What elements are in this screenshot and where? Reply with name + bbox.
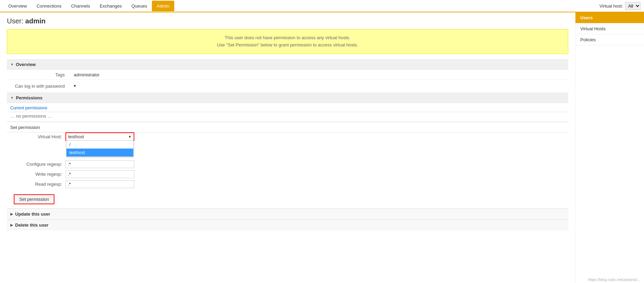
update-user-label: Update this user bbox=[15, 211, 50, 217]
can-login-value: • bbox=[70, 80, 568, 92]
sidebar-item-users[interactable]: Users bbox=[575, 12, 644, 23]
tags-label: Tags bbox=[8, 70, 70, 80]
vhost-option-root[interactable]: / bbox=[66, 141, 133, 149]
warning-line1: This user does not have permission to ac… bbox=[12, 34, 563, 42]
tags-value: administrator bbox=[70, 70, 568, 80]
can-login-label: Can log in with password bbox=[8, 80, 70, 92]
update-user-header[interactable]: ▶ Update this user bbox=[7, 209, 568, 219]
vhost-selected-value: testhost bbox=[68, 134, 128, 139]
permissions-section-label: Permissions bbox=[16, 95, 42, 100]
configure-regexp-label: Configure regexp: bbox=[14, 162, 65, 167]
permissions-section-header[interactable]: ▼ Permissions bbox=[7, 93, 568, 103]
layout: User: admin This user does not have perm… bbox=[0, 12, 644, 283]
vhost-select-display[interactable]: testhost ▼ bbox=[66, 133, 134, 140]
update-user-section: ▶ Update this user bbox=[7, 208, 568, 219]
delete-user-arrow-icon: ▶ bbox=[10, 223, 13, 227]
overview-section-label: Overview bbox=[16, 62, 36, 67]
overview-table: Tags administrator Can log in with passw… bbox=[7, 69, 568, 93]
warning-box: This user does not have permission to ac… bbox=[7, 29, 568, 54]
current-perms-label: Current permissions bbox=[7, 103, 568, 112]
delete-user-header[interactable]: ▶ Delete this user bbox=[7, 220, 568, 230]
nav-overview[interactable]: Overview bbox=[3, 1, 32, 11]
page-title: User: admin bbox=[7, 17, 568, 25]
no-perms-text: … no permissions … bbox=[7, 112, 568, 122]
virtual-host-select-container: testhost ▼ / testhost bbox=[65, 132, 134, 141]
permissions-section: ▼ Permissions Current permissions … no p… bbox=[7, 93, 568, 208]
vhost-select-wrapper: testhost ▼ / testhost bbox=[66, 133, 134, 140]
vhost-dropdown-popup: / testhost bbox=[66, 140, 134, 157]
virtual-host-selector: Virtual host: All bbox=[600, 2, 641, 10]
update-user-arrow-icon: ▶ bbox=[10, 212, 13, 216]
top-nav: Overview Connections Channels Exchanges … bbox=[0, 0, 644, 12]
read-regexp-row: Read regexp: bbox=[7, 180, 568, 188]
nav-admin[interactable]: Admin bbox=[152, 1, 174, 11]
main-content: User: admin This user does not have perm… bbox=[0, 12, 575, 283]
overview-arrow-icon: ▼ bbox=[10, 63, 14, 66]
nav-channels[interactable]: Channels bbox=[66, 1, 95, 11]
nav-connections[interactable]: Connections bbox=[32, 1, 66, 11]
virtual-host-form-label: Virtual Host: bbox=[14, 134, 65, 139]
right-sidebar: Users Virtual Hosts Policies bbox=[575, 12, 644, 283]
permissions-arrow-icon: ▼ bbox=[10, 96, 14, 100]
read-regexp-input[interactable] bbox=[65, 180, 134, 188]
set-permission-button[interactable]: Set permission bbox=[14, 194, 54, 204]
delete-user-label: Delete this user bbox=[15, 222, 49, 228]
configure-regexp-row: Configure regexp: bbox=[7, 160, 568, 168]
delete-user-section: ▶ Delete this user bbox=[7, 219, 568, 230]
page-title-user: admin bbox=[25, 17, 45, 25]
write-regexp-row: Write regexp: bbox=[7, 170, 568, 178]
write-regexp-input[interactable] bbox=[65, 170, 134, 178]
footer-watermark: https://blog.csdn.net/zpeandz... bbox=[588, 277, 641, 282]
vhost-dropdown-arrow-icon: ▼ bbox=[128, 135, 132, 139]
nav-queues[interactable]: Queues bbox=[127, 1, 152, 11]
warning-line2: Use "Set Permission" below to grant perm… bbox=[12, 42, 563, 49]
page-title-prefix: User: bbox=[7, 17, 25, 25]
set-permission-label: Set permission bbox=[7, 122, 568, 132]
virtual-host-dropdown[interactable]: All bbox=[625, 2, 641, 10]
sidebar-item-policies[interactable]: Policies bbox=[575, 34, 644, 45]
configure-regexp-input[interactable] bbox=[65, 160, 134, 168]
can-login-row: Can log in with password • bbox=[8, 80, 568, 92]
sidebar-item-virtual-hosts[interactable]: Virtual Hosts bbox=[575, 23, 644, 34]
read-regexp-label: Read regexp: bbox=[14, 182, 65, 187]
nav-exchanges[interactable]: Exchanges bbox=[95, 1, 126, 11]
virtual-host-text: Virtual host: bbox=[600, 3, 623, 9]
virtual-host-form-row: Virtual Host: testhost ▼ / testhost bbox=[7, 132, 568, 141]
set-permission-button-wrapper: Set permission bbox=[7, 190, 568, 208]
write-regexp-label: Write regexp: bbox=[14, 172, 65, 177]
overview-section-header[interactable]: ▼ Overview bbox=[7, 59, 568, 69]
tags-row: Tags administrator bbox=[8, 70, 568, 80]
vhost-option-testhost[interactable]: testhost bbox=[66, 149, 133, 156]
